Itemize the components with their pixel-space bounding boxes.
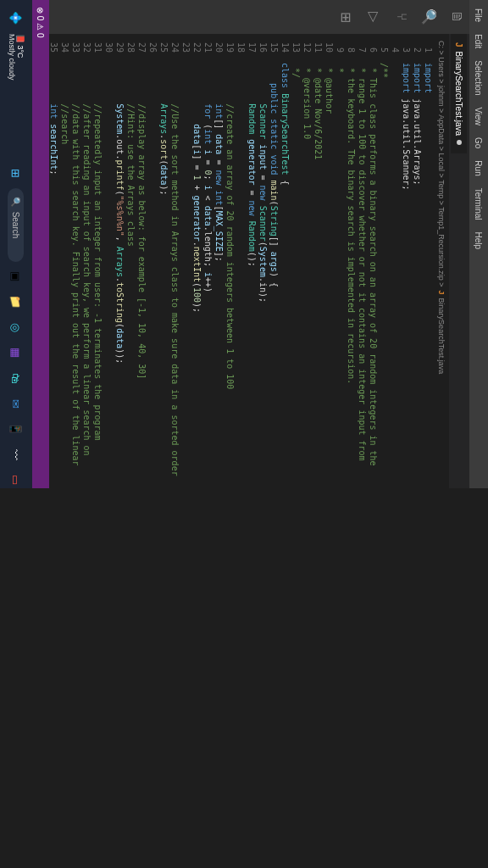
explorer-icon[interactable]: 🗎	[449, 10, 464, 24]
breadcrumbs[interactable]: C: > Users > johnm > AppData > Local > T…	[434, 34, 449, 488]
tab-dirty-icon	[457, 140, 462, 145]
command-center[interactable]: 🔍 Search	[473, 256, 485, 488]
app2-icon[interactable]: ▭	[5, 469, 27, 488]
breadcrumb-file: BinarySearchTest.java	[437, 298, 446, 375]
store-icon[interactable]: 🛍	[5, 367, 27, 389]
tab-bar: J BinarySearchTest.java ▥ ⋯	[449, 34, 469, 488]
breadcrumb-path: C: > Users > johnm > AppData > Local > T…	[437, 41, 446, 287]
editor-area: J BinarySearchTest.java ▥ ⋯ C: > Users >…	[49, 34, 469, 488]
tab-binarysearchtest[interactable]: J BinarySearchTest.java	[452, 34, 468, 153]
vcs-icon[interactable]: ⑂	[394, 13, 409, 21]
menu-terminal[interactable]: Terminal	[473, 183, 485, 225]
search-icon[interactable]: 🔍	[421, 8, 437, 25]
menu-bar: File Edit Selection View Go Run Terminal…	[469, 0, 488, 488]
status-bar: ⊗ 0 ⚠ 0 Ln 13, Col 4 Spaces: 3 UTF-8 LF …	[32, 0, 49, 488]
swoosh-icon[interactable]: 〰	[5, 443, 27, 465]
menu-edit[interactable]: Edit	[473, 29, 485, 53]
start-icon[interactable]: ⊞	[5, 163, 27, 185]
menu-file[interactable]: File	[473, 3, 485, 27]
explorer-tb-icon[interactable]: 📁	[5, 291, 27, 313]
windows-taskbar: 💠 📕 3°C Mostly cloudy ⊞ 🔍 Search ▣ 📁 ◎ ▦…	[0, 0, 32, 488]
menu-view[interactable]: View	[473, 103, 485, 131]
java-file-icon: J	[455, 42, 464, 47]
office-icon[interactable]: ▦	[5, 342, 27, 364]
menu-help[interactable]: Help	[473, 227, 485, 255]
tab-label: BinarySearchTest.java	[455, 52, 464, 136]
menu-go[interactable]: Go	[473, 132, 485, 153]
weather-widget[interactable]: 📕 3°C Mostly cloudy	[8, 34, 25, 81]
line-gutter: 1234567891011121314151617181920212223242…	[49, 34, 434, 58]
taskview-icon[interactable]: ▣	[5, 265, 27, 287]
app-icon[interactable]: 📱	[5, 418, 27, 440]
debug-icon[interactable]: ▷	[366, 12, 382, 22]
taskbar-search[interactable]: 🔍 Search	[8, 188, 25, 263]
widgets-icon[interactable]: 💠	[5, 7, 27, 29]
java-file-icon: J	[437, 291, 446, 295]
extensions-icon[interactable]: ⊞	[338, 12, 354, 23]
activity-bar: 🗎 🔍 ⑂ ▷ ⊞	[49, 0, 469, 34]
code-text[interactable]: importimport java.util.Arrays;import jav…	[49, 58, 434, 488]
code-editor[interactable]: 1234567891011121314151617181920212223242…	[49, 34, 434, 488]
menu-run[interactable]: Run	[473, 155, 485, 181]
mail-icon[interactable]: ✉	[5, 392, 27, 415]
status-errors[interactable]: ⊗ 0 ⚠ 0	[36, 7, 46, 37]
menu-selection[interactable]: Selection	[473, 55, 485, 100]
edge-icon[interactable]: ◎	[5, 316, 27, 338]
